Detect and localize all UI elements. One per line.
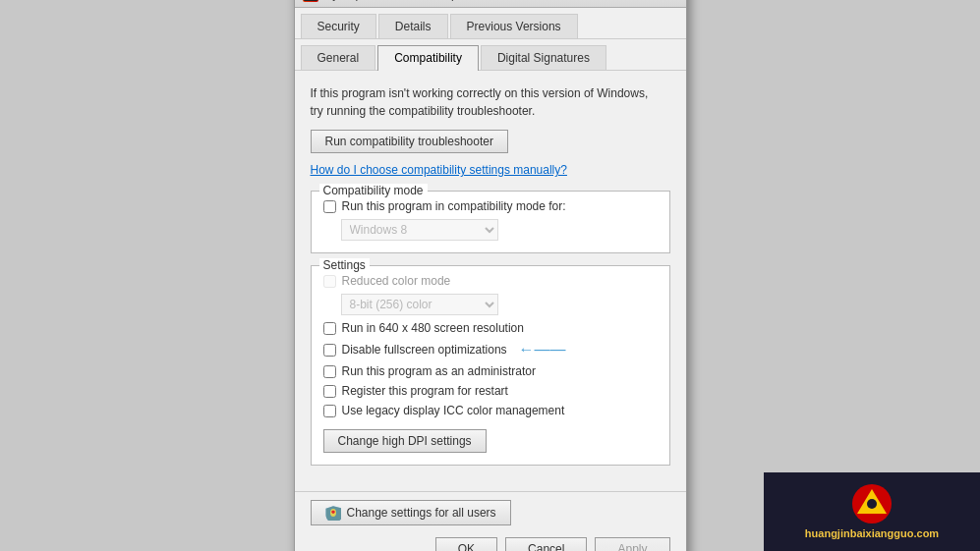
manual-settings-link[interactable]: How do I choose compatibility settings m… bbox=[311, 163, 670, 177]
svg-rect-0 bbox=[304, 0, 317, 1]
compat-mode-dropdown[interactable]: Windows XP (Service Pack 3) Windows Vist… bbox=[341, 219, 498, 241]
change-all-users-label: Change settings for all users bbox=[347, 506, 496, 520]
compatibility-mode-label: Compatibility mode bbox=[319, 184, 428, 197]
tabs-row-2: General Compatibility Digital Signatures bbox=[295, 39, 686, 71]
window-title: Cyberpunk2077.exe Properties bbox=[324, 0, 487, 1]
arrow-indicator: ←—— bbox=[519, 341, 566, 358]
tab-previous-versions[interactable]: Previous Versions bbox=[450, 14, 578, 38]
run-admin-checkbox[interactable] bbox=[323, 365, 336, 378]
bottom-area: Change settings for all users OK Cancel … bbox=[295, 491, 686, 551]
cancel-button[interactable]: Cancel bbox=[505, 537, 587, 551]
disable-fullscreen-checkbox[interactable] bbox=[323, 344, 336, 357]
ok-button[interactable]: OK bbox=[435, 537, 497, 551]
screen-resolution-row: Run in 640 x 480 screen resolution bbox=[323, 321, 658, 335]
info-line1: If this program isn't working correctly … bbox=[311, 86, 649, 100]
tab-compatibility[interactable]: Compatibility bbox=[377, 45, 479, 71]
watermark-logo bbox=[852, 484, 892, 523]
color-dropdown-row: 8-bit (256) color 16-bit color bbox=[341, 294, 658, 315]
title-bar-left: Cyberpunk2077.exe Properties bbox=[303, 0, 487, 2]
settings-section: Settings Reduced color mode 8-bit (256) … bbox=[311, 265, 670, 466]
tab-details[interactable]: Details bbox=[378, 14, 448, 38]
run-admin-row: Run this program as an administrator bbox=[323, 364, 658, 378]
tabs-row-1: Security Details Previous Versions bbox=[295, 8, 686, 39]
register-restart-checkbox[interactable] bbox=[323, 385, 336, 398]
disable-fullscreen-row: Disable fullscreen optimizations ←—— bbox=[323, 341, 658, 358]
screen-resolution-checkbox[interactable] bbox=[323, 322, 336, 335]
compatibility-mode-section: Compatibility mode Run this program in c… bbox=[311, 191, 670, 253]
reduced-color-row: Reduced color mode bbox=[323, 274, 658, 288]
shield-icon bbox=[325, 505, 341, 521]
compat-mode-dropdown-row: Windows XP (Service Pack 3) Windows Vist… bbox=[341, 219, 658, 241]
app-icon bbox=[303, 0, 318, 2]
info-line2: try running the compatibility troublesho… bbox=[311, 104, 536, 118]
properties-dialog: Cyberpunk2077.exe Properties ✕ Security … bbox=[294, 0, 687, 551]
legacy-icc-row: Use legacy display ICC color management bbox=[323, 404, 658, 417]
register-restart-row: Register this program for restart bbox=[323, 384, 658, 398]
action-buttons: OK Cancel Apply bbox=[311, 537, 670, 551]
compat-mode-checkbox-row: Run this program in compatibility mode f… bbox=[323, 199, 658, 213]
legacy-icc-checkbox[interactable] bbox=[323, 405, 336, 417]
apply-button[interactable]: Apply bbox=[595, 537, 669, 551]
run-troubleshooter-button[interactable]: Run compatibility troubleshooter bbox=[311, 130, 508, 153]
screen-resolution-label: Run in 640 x 480 screen resolution bbox=[342, 321, 524, 335]
info-text: If this program isn't working correctly … bbox=[311, 84, 670, 120]
dpi-settings-button[interactable]: Change high DPI settings bbox=[323, 429, 487, 453]
watermark-text: huangjinbaixiangguo.com bbox=[805, 527, 939, 539]
change-all-users-button[interactable]: Change settings for all users bbox=[311, 500, 511, 525]
run-admin-label: Run this program as an administrator bbox=[342, 364, 536, 378]
tab-general[interactable]: General bbox=[301, 45, 376, 70]
title-bar: Cyberpunk2077.exe Properties ✕ bbox=[295, 0, 686, 8]
watermark: huangjinbaixiangguo.com bbox=[764, 472, 980, 551]
reduced-color-checkbox[interactable] bbox=[323, 275, 336, 288]
legacy-icc-label: Use legacy display ICC color management bbox=[342, 404, 565, 417]
disable-fullscreen-label: Disable fullscreen optimizations bbox=[342, 343, 507, 357]
color-dropdown[interactable]: 8-bit (256) color 16-bit color bbox=[341, 294, 498, 315]
settings-section-label: Settings bbox=[319, 258, 370, 272]
register-restart-label: Register this program for restart bbox=[342, 384, 508, 398]
svg-point-6 bbox=[867, 499, 877, 509]
compat-mode-checkbox[interactable] bbox=[323, 200, 336, 213]
content-area: If this program isn't working correctly … bbox=[295, 71, 686, 491]
tab-digital-signatures[interactable]: Digital Signatures bbox=[481, 45, 606, 70]
tab-security[interactable]: Security bbox=[301, 14, 376, 38]
reduced-color-label: Reduced color mode bbox=[342, 274, 451, 288]
close-button[interactable]: ✕ bbox=[659, 0, 678, 4]
compat-mode-label-text: Run this program in compatibility mode f… bbox=[342, 199, 566, 213]
